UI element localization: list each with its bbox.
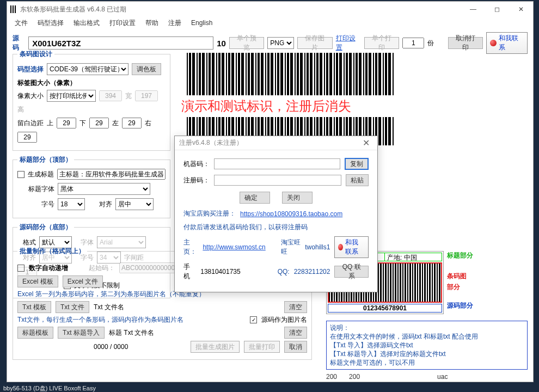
progress-text: 0000 / 0000 bbox=[94, 343, 128, 351]
print-settings-link[interactable]: 打印设置 bbox=[336, 34, 361, 52]
contact-icon bbox=[490, 40, 497, 46]
pxsize-label: 像素大小 bbox=[17, 91, 44, 101]
txt-note: Txt文件，每行生成一个条形码，源码内容作为条码图片名 bbox=[17, 315, 183, 324]
maximize-button[interactable]: ◻ bbox=[485, 2, 509, 17]
menu-output[interactable]: 输出格式 bbox=[69, 17, 104, 29]
sample-labels: 标题部分 条码图 部分 源码部分 bbox=[447, 251, 485, 312]
footer-info: 200200 uac bbox=[326, 373, 528, 381]
menubar: 文件 码型选择 输出格式 打印设置 帮助 注册 English bbox=[7, 17, 533, 29]
menu-printsetup[interactable]: 打印设置 bbox=[105, 17, 140, 29]
info-box: 说明： 在使用文本文件的时候，源码txt 和标题txt 配合使用 【Txt 导入… bbox=[326, 321, 528, 370]
title-size-select[interactable]: 18 bbox=[58, 198, 85, 210]
batch-legend: 批量制作（格式同上） bbox=[17, 247, 87, 256]
contact-icon bbox=[338, 244, 343, 250]
margin-left[interactable] bbox=[122, 118, 142, 128]
menu-codetype[interactable]: 码型选择 bbox=[33, 17, 68, 29]
txt-file-button[interactable]: Txt 文件 bbox=[56, 301, 89, 313]
main-window: 东软条形码批量生成器 v6.4.8 已过期 — ◻ ✕ 文件 码型选择 输出格式… bbox=[7, 1, 534, 382]
menu-help[interactable]: 帮助 bbox=[141, 17, 163, 29]
minimize-button[interactable]: — bbox=[461, 2, 485, 17]
app-icon bbox=[10, 5, 17, 13]
close-button[interactable]: ✕ bbox=[509, 2, 533, 17]
batch-cancel-button[interactable]: 取消 bbox=[284, 341, 307, 353]
margin-bottom[interactable] bbox=[89, 118, 109, 128]
dialog-ok-button[interactable]: 确定 bbox=[240, 192, 270, 204]
qq-contact-button[interactable]: QQ 联系 bbox=[334, 266, 369, 278]
window-title: 东软条形码批量生成器 v6.4.8 已过期 bbox=[20, 5, 126, 14]
save-image-button[interactable]: 保存图片 bbox=[297, 37, 332, 49]
titlebar: 东软条形码批量生成器 v6.4.8 已过期 — ◻ ✕ bbox=[7, 2, 533, 17]
size-heading: 标签图大小（像素） bbox=[17, 78, 166, 88]
src-as-imgname-checkbox[interactable] bbox=[250, 316, 257, 323]
register-dialog: 注册v6.4.8（未注册） ✕ 机器码： 复制 注册码： 粘贴 确定 关闭 淘宝… bbox=[174, 136, 378, 292]
batch-gen-button[interactable]: 批量生成图片 bbox=[191, 341, 240, 353]
source-legend: 源码部分（底部） bbox=[17, 223, 74, 232]
margin-top[interactable] bbox=[57, 118, 76, 128]
title-font-select[interactable]: 黑体 bbox=[58, 183, 150, 195]
auto-increment-checkbox[interactable] bbox=[17, 265, 24, 272]
dialog-close-btn[interactable]: 关闭 bbox=[282, 192, 313, 204]
design-legend: 条码图设计 bbox=[17, 50, 54, 59]
source-input[interactable] bbox=[28, 36, 213, 50]
title-template-button[interactable]: 标题模板 bbox=[17, 327, 53, 339]
palette-button[interactable]: 调色板 bbox=[132, 63, 161, 75]
type-label: 码型选择 bbox=[17, 65, 44, 74]
menu-register[interactable]: 注册 bbox=[164, 17, 186, 29]
excel-template-button[interactable]: Excel 模板 bbox=[17, 275, 58, 287]
copies-input[interactable] bbox=[402, 38, 424, 48]
excel-file-button[interactable]: Excel 文件 bbox=[63, 275, 103, 287]
contact-button[interactable]: 和我联系 bbox=[486, 32, 528, 54]
count-value: 10 bbox=[217, 39, 226, 48]
barcode-image-top bbox=[187, 53, 394, 95]
copy-button[interactable]: 复制 bbox=[345, 158, 369, 170]
dialog-close-button[interactable]: ✕ bbox=[359, 138, 373, 148]
dialog-contact-button[interactable]: 和我联系 bbox=[334, 236, 369, 258]
title-legend: 标题部分（顶部） bbox=[17, 155, 74, 164]
format-select[interactable]: PNG bbox=[267, 37, 294, 49]
shop-link[interactable]: https://shop108009316.taobao.com bbox=[240, 210, 342, 218]
height-input bbox=[135, 90, 158, 101]
margin-right[interactable] bbox=[17, 132, 37, 143]
sample-number: 012345678901 bbox=[328, 304, 442, 313]
title-group: 标题部分（顶部） 生成标题 标题字体 黑体 字号 18 对齐 居中 bbox=[13, 155, 170, 218]
txt-title-import-button[interactable]: Txt 标题导入 bbox=[58, 327, 105, 339]
txt-template-button[interactable]: Txt 模板 bbox=[17, 301, 51, 313]
single-preview-button[interactable]: 单个预览 bbox=[229, 37, 264, 49]
machine-code-input[interactable] bbox=[214, 158, 340, 169]
clear-txt-button[interactable]: 清空 bbox=[284, 301, 307, 313]
clear-title-button[interactable]: 清空 bbox=[284, 327, 307, 339]
batch-print-button[interactable]: 批量打印 bbox=[244, 341, 280, 353]
home-link[interactable]: http://www.swmost.cn bbox=[203, 243, 265, 251]
margin-label: 留白边距 bbox=[17, 119, 44, 128]
width-input bbox=[99, 90, 122, 101]
copies-unit: 份 bbox=[427, 39, 434, 48]
menu-file[interactable]: 文件 bbox=[10, 17, 32, 29]
design-group: 条码图设计 码型选择 CODE-39（驾照行驶证） 调色板 标签图大小（像素） … bbox=[13, 50, 170, 151]
desktop-taskbar-fragment: bby56-513 (D盘) LIVE Boxoft Easy bbox=[0, 384, 539, 392]
gen-title-checkbox[interactable] bbox=[17, 171, 24, 178]
barcode-type-select[interactable]: CODE-39（驾照行驶证） bbox=[47, 63, 128, 75]
paste-button[interactable]: 粘贴 bbox=[346, 174, 369, 186]
title-align-select[interactable]: 居中 bbox=[115, 198, 154, 210]
cancel-print-button[interactable]: 取消打印 bbox=[448, 37, 483, 49]
pxmode-select[interactable]: 按打印纸比例 bbox=[47, 90, 96, 102]
dialog-titlebar: 注册v6.4.8（未注册） ✕ bbox=[175, 136, 377, 150]
dialog-title: 注册v6.4.8（未注册） bbox=[179, 138, 243, 148]
menu-english[interactable]: English bbox=[187, 18, 217, 28]
main-title-input[interactable] bbox=[57, 169, 166, 180]
demo-watermark: 演示和测试标识，注册后消失 bbox=[181, 95, 407, 117]
single-print-button[interactable]: 单个打印 bbox=[364, 37, 399, 49]
register-code-input[interactable] bbox=[214, 175, 341, 186]
